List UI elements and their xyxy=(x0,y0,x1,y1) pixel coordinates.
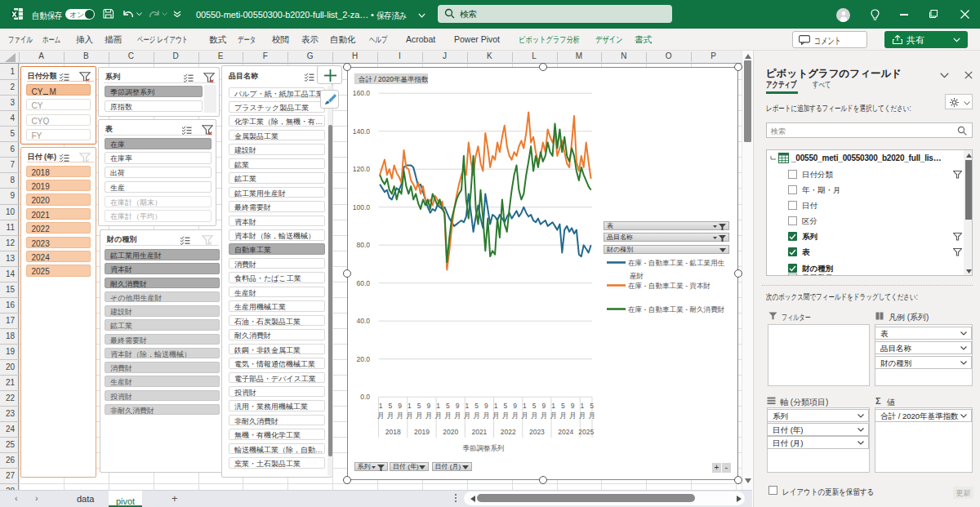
svg-text:月: 月 xyxy=(521,411,528,420)
svg-text:月: 月 xyxy=(387,411,394,420)
svg-text:140.0: 140.0 xyxy=(353,127,371,136)
svg-text:1: 1 xyxy=(466,402,470,410)
svg-text:月: 月 xyxy=(569,411,577,420)
svg-text:1: 1 xyxy=(494,402,498,410)
svg-text:月: 月 xyxy=(502,411,510,420)
svg-text:月: 月 xyxy=(377,411,385,420)
svg-text:100.0: 100.0 xyxy=(353,203,371,211)
svg-text:2022: 2022 xyxy=(501,428,516,436)
svg-text:在庫 - 自動車工業 - 資本財: 在庫 - 自動車工業 - 資本財 xyxy=(628,282,711,290)
svg-text:1: 1 xyxy=(551,402,555,410)
svg-text:1: 1 xyxy=(581,402,585,410)
svg-text:在庫 - 自動車工業 - 鉱工業用生: 在庫 - 自動車工業 - 鉱工業用生 xyxy=(628,259,725,267)
svg-text:月: 月 xyxy=(454,411,461,420)
svg-text:月: 月 xyxy=(492,411,500,420)
svg-text:在庫 - 自動車工業 - 耐久消費財: 在庫 - 自動車工業 - 耐久消費財 xyxy=(628,305,725,314)
svg-text:月: 月 xyxy=(444,411,452,420)
svg-text:1: 1 xyxy=(436,402,440,410)
svg-text:9: 9 xyxy=(427,402,431,410)
svg-text:9: 9 xyxy=(484,402,488,410)
svg-text:60.0: 60.0 xyxy=(356,279,370,287)
svg-text:40.0: 40.0 xyxy=(356,317,370,325)
svg-text:160.0: 160.0 xyxy=(353,89,371,97)
svg-text:9: 9 xyxy=(542,402,546,410)
svg-text:120.0: 120.0 xyxy=(353,165,371,173)
svg-text:9: 9 xyxy=(513,402,517,410)
svg-text:20.0: 20.0 xyxy=(356,355,370,363)
svg-text:月: 月 xyxy=(406,411,413,420)
svg-text:1: 1 xyxy=(408,402,412,410)
svg-text:季節調整系列: 季節調整系列 xyxy=(463,444,505,452)
svg-text:5: 5 xyxy=(446,402,450,410)
svg-text:5: 5 xyxy=(474,402,479,410)
svg-text:月: 月 xyxy=(550,411,557,420)
svg-text:月: 月 xyxy=(511,411,519,420)
svg-text:月: 月 xyxy=(416,411,423,420)
svg-text:9: 9 xyxy=(456,402,460,410)
svg-text:5: 5 xyxy=(389,402,393,410)
svg-text:2025: 2025 xyxy=(578,428,594,436)
svg-text:月: 月 xyxy=(588,411,595,420)
svg-text:月: 月 xyxy=(579,411,586,420)
svg-text:月: 月 xyxy=(396,411,403,420)
svg-text:1: 1 xyxy=(523,402,527,410)
svg-text:月: 月 xyxy=(464,411,471,420)
svg-text:月: 月 xyxy=(434,411,442,420)
svg-text:2023: 2023 xyxy=(529,428,545,436)
svg-text:5: 5 xyxy=(532,402,537,410)
svg-text:月: 月 xyxy=(531,411,538,420)
svg-text:1: 1 xyxy=(379,402,383,410)
svg-text:2024: 2024 xyxy=(558,428,573,436)
svg-text:月: 月 xyxy=(559,411,567,420)
svg-text:80.0: 80.0 xyxy=(356,241,370,249)
svg-text:5: 5 xyxy=(590,402,594,410)
svg-text:月: 月 xyxy=(425,411,433,420)
svg-text:2020: 2020 xyxy=(443,428,458,436)
svg-text:2019: 2019 xyxy=(414,428,430,436)
svg-text:9: 9 xyxy=(398,402,402,410)
svg-text:5: 5 xyxy=(504,402,508,410)
svg-text:月: 月 xyxy=(541,411,548,420)
svg-text:2021: 2021 xyxy=(471,428,487,436)
svg-text:9: 9 xyxy=(571,402,575,410)
svg-text:5: 5 xyxy=(417,402,421,410)
svg-text:2018: 2018 xyxy=(385,428,401,436)
svg-text:月: 月 xyxy=(483,411,490,420)
svg-text:月: 月 xyxy=(473,411,480,420)
svg-text:5: 5 xyxy=(561,402,565,410)
svg-text:産財: 産財 xyxy=(630,272,644,280)
svg-text:0.0: 0.0 xyxy=(360,393,370,401)
